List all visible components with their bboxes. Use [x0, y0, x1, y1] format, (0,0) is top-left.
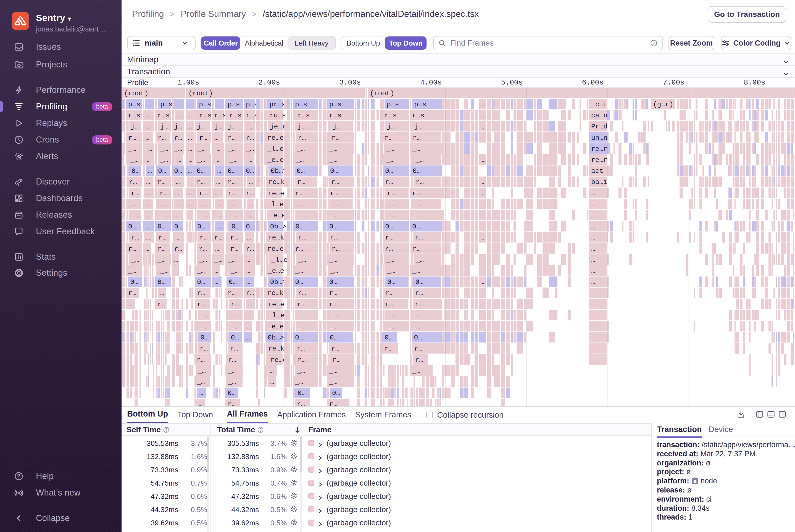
svg-text:…: …	[176, 178, 180, 186]
svg-text:…: …	[217, 167, 221, 175]
svg-text:0…: 0…	[384, 334, 393, 341]
svg-text:r…: r…	[228, 178, 236, 186]
svg-text:0…: 0…	[412, 223, 420, 230]
svg-text:_…: _…	[412, 212, 420, 219]
svg-text:_e…e: _e…e	[269, 212, 285, 219]
svg-text:0…: 0…	[295, 279, 303, 286]
svg-text:_…: _…	[128, 145, 136, 153]
svg-text:…: …	[591, 223, 595, 230]
svg-text:0…: 0…	[332, 390, 340, 397]
svg-text:0…: 0…	[329, 334, 338, 341]
svg-text:(root): (root)	[124, 90, 149, 97]
svg-text:r…: r…	[331, 345, 339, 353]
svg-text:…: …	[591, 267, 595, 275]
svg-text:…: …	[217, 201, 221, 208]
svg-text:r…: r…	[385, 289, 394, 297]
svg-text:r…: r…	[246, 190, 254, 197]
svg-text:r…: r…	[296, 190, 304, 197]
svg-text:0…: 0…	[385, 223, 393, 230]
svg-text:r…: r…	[415, 356, 423, 364]
svg-text:…: …	[214, 279, 219, 286]
svg-text:0b…>: 0b…>	[268, 334, 284, 341]
svg-text:r…s: r…s	[157, 112, 170, 119]
svg-text:_…: _…	[387, 323, 396, 330]
svg-text:_…: _…	[329, 212, 338, 219]
svg-text:j…: j…	[160, 123, 169, 130]
svg-text:…: …	[481, 156, 486, 164]
svg-text:(root): (root)	[188, 90, 213, 97]
svg-text:…: …	[147, 101, 151, 108]
svg-text:_e…e: _e…e	[267, 156, 284, 164]
svg-text:…: …	[160, 289, 164, 297]
svg-text:r…: r…	[413, 245, 421, 253]
svg-text:_…: _…	[229, 156, 238, 164]
svg-text:0…: 0…	[329, 223, 338, 230]
svg-text:_…: _…	[128, 201, 137, 208]
svg-text:r…: r…	[298, 356, 306, 364]
svg-text:0…: 0…	[157, 279, 166, 286]
svg-text:r…: r…	[131, 234, 139, 242]
svg-text:r…: r…	[200, 345, 208, 353]
svg-text:r…: r…	[197, 178, 205, 186]
svg-text:re…k: re…k	[268, 178, 285, 186]
svg-text:r…: r…	[297, 400, 305, 406]
svg-text:j…: j…	[174, 123, 182, 130]
svg-text:0…: 0…	[157, 223, 166, 230]
svg-text:re…e: re…e	[268, 301, 284, 308]
svg-text:_…: _…	[230, 323, 239, 330]
svg-text:_…: _…	[298, 256, 306, 264]
svg-text:…: …	[249, 178, 253, 186]
svg-text:r…: r…	[413, 134, 421, 142]
svg-text:r…: r…	[131, 190, 139, 197]
svg-text:_…: _…	[413, 201, 421, 208]
svg-text:pr…s: pr…s	[269, 101, 286, 108]
svg-text:r…: r…	[128, 289, 136, 297]
svg-text:_e…e: _e…e	[267, 323, 284, 330]
svg-text:r…: r…	[157, 178, 166, 186]
svg-text:r…s: r…s	[200, 112, 212, 119]
svg-text:_…: _…	[295, 378, 303, 386]
svg-text:…: …	[246, 312, 250, 319]
svg-text:_…: _…	[228, 378, 236, 386]
svg-text:r…s: r…s	[128, 112, 140, 119]
svg-text:0…: 0…	[229, 279, 237, 286]
svg-text:…: …	[188, 145, 192, 153]
svg-text:r…: r…	[415, 301, 423, 308]
svg-text:…: …	[591, 245, 595, 253]
svg-text:_…: _…	[230, 212, 239, 219]
svg-text:0…: 0…	[246, 223, 254, 230]
svg-text:_…: _…	[200, 312, 208, 319]
svg-text:r…: r…	[329, 301, 338, 308]
svg-text:r…: r…	[228, 289, 236, 297]
svg-text:r…: r…	[332, 245, 340, 253]
svg-text:r…: r…	[197, 301, 206, 308]
svg-text:0…: 0…	[413, 167, 421, 175]
svg-text:_…: _…	[329, 256, 338, 264]
svg-text:…: …	[145, 245, 149, 253]
svg-text:r…: r…	[231, 301, 239, 308]
svg-text:_…: _…	[387, 201, 396, 208]
svg-text:0…: 0…	[228, 167, 236, 175]
svg-text:…: …	[481, 123, 486, 130]
svg-text:r…: r…	[297, 178, 305, 186]
svg-text:0…: 0…	[130, 279, 138, 286]
svg-text:_…: _…	[387, 312, 396, 319]
svg-text:…: …	[246, 256, 250, 264]
svg-text:p…s: p…s	[387, 101, 399, 108]
svg-text:r…: r…	[230, 245, 239, 253]
svg-text:r…: r…	[128, 134, 136, 142]
svg-text:r…: r…	[228, 190, 236, 197]
svg-text:re…k: re…k	[267, 289, 284, 297]
svg-text:j…: j…	[333, 123, 341, 130]
svg-text:0…: 0…	[197, 279, 205, 286]
svg-text:r…: r…	[298, 234, 306, 242]
svg-text:0…: 0…	[231, 223, 240, 230]
svg-text:…: …	[146, 234, 150, 242]
svg-text:_…: _…	[227, 256, 236, 264]
svg-text:…: …	[217, 223, 221, 230]
svg-text:p…s: p…s	[128, 101, 140, 108]
svg-text:_…: _…	[295, 267, 303, 275]
svg-text:0…: 0…	[132, 167, 140, 175]
svg-text:r…: r…	[330, 190, 338, 197]
svg-text:_…: _…	[230, 267, 239, 275]
